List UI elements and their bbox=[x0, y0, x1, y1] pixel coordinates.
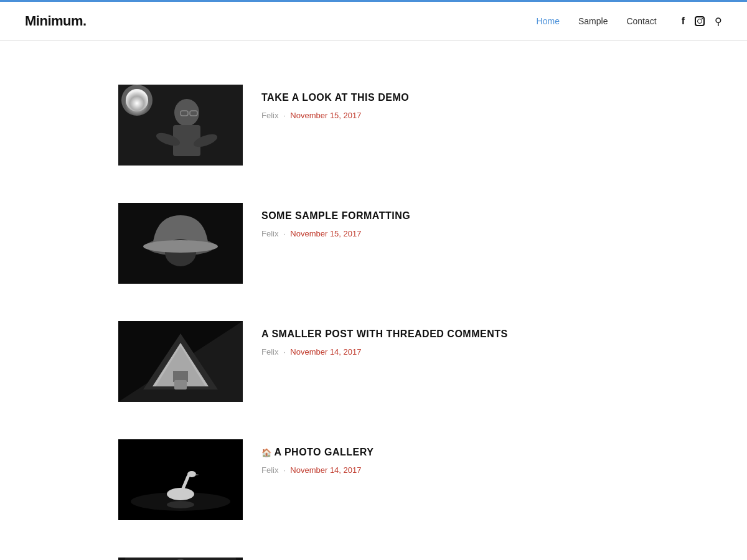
post-author: Felix bbox=[261, 347, 278, 357]
post-thumbnail[interactable] bbox=[118, 85, 243, 166]
post-meta: Felix · November 14, 2017 bbox=[261, 465, 629, 475]
post-title[interactable]: A SMALLER POST WITH THREADED COMMENTS bbox=[261, 327, 629, 341]
main-content: TAKE A LOOK AT THIS DEMO Felix · Novembe… bbox=[93, 66, 654, 560]
post-content: A POST WITH A LINK Felix · October 18, 2… bbox=[261, 558, 629, 560]
gallery-icon: 🏠 bbox=[261, 448, 272, 457]
post-meta: Felix · November 14, 2017 bbox=[261, 347, 629, 357]
post-title[interactable]: TAKE A LOOK AT THIS DEMO bbox=[261, 91, 629, 105]
svg-point-12 bbox=[143, 240, 218, 253]
meta-separator: · bbox=[283, 111, 288, 120]
site-title[interactable]: Minimum. bbox=[25, 13, 87, 29]
main-nav: Home Sample Contact f ⚲ bbox=[537, 16, 722, 27]
svg-point-3 bbox=[174, 99, 199, 126]
nav-link-contact[interactable]: Contact bbox=[626, 16, 656, 26]
svg-rect-18 bbox=[173, 371, 188, 382]
post-content: A SMALLER POST WITH THREADED COMMENTS Fe… bbox=[261, 321, 629, 357]
instagram-icon[interactable] bbox=[695, 16, 705, 26]
post-author: Felix bbox=[261, 229, 278, 238]
post-meta: Felix · November 15, 2017 bbox=[261, 111, 629, 120]
post-list: TAKE A LOOK AT THIS DEMO Felix · Novembe… bbox=[118, 66, 629, 560]
post-thumbnail[interactable] bbox=[118, 203, 243, 284]
post-thumbnail[interactable] bbox=[118, 321, 243, 402]
post-item: TAKE A LOOK AT THIS DEMO Felix · Novembe… bbox=[118, 66, 629, 184]
post-thumbnail[interactable] bbox=[118, 558, 243, 560]
search-icon[interactable]: ⚲ bbox=[715, 16, 722, 27]
nav-link-home[interactable]: Home bbox=[537, 16, 560, 26]
nav-link-sample[interactable]: Sample bbox=[578, 16, 608, 26]
nav-icons: f ⚲ bbox=[682, 16, 722, 27]
meta-separator: · bbox=[283, 465, 288, 475]
post-date: November 15, 2017 bbox=[290, 111, 361, 120]
post-content: TAKE A LOOK AT THIS DEMO Felix · Novembe… bbox=[261, 85, 629, 120]
post-item: SOME SAMPLE FORMATTING Felix · November … bbox=[118, 184, 629, 302]
post-date: November 14, 2017 bbox=[290, 347, 361, 357]
post-content: SOME SAMPLE FORMATTING Felix · November … bbox=[261, 203, 629, 238]
site-header: Minimum. Home Sample Contact f ⚲ bbox=[0, 2, 747, 41]
post-item: A SMALLER POST WITH THREADED COMMENTS Fe… bbox=[118, 302, 629, 421]
post-thumbnail[interactable] bbox=[118, 439, 243, 520]
facebook-icon[interactable]: f bbox=[682, 16, 685, 27]
post-date: November 14, 2017 bbox=[290, 465, 361, 475]
post-meta: Felix · November 15, 2017 bbox=[261, 229, 629, 238]
meta-separator: · bbox=[283, 347, 288, 357]
svg-point-22 bbox=[187, 471, 196, 477]
post-content: 🏠A PHOTO GALLERY Felix · November 14, 20… bbox=[261, 439, 629, 475]
post-author: Felix bbox=[261, 465, 278, 475]
post-title[interactable]: SOME SAMPLE FORMATTING bbox=[261, 209, 629, 223]
svg-point-23 bbox=[167, 501, 194, 508]
meta-separator: · bbox=[283, 229, 288, 238]
post-author: Felix bbox=[261, 111, 278, 120]
post-title[interactable]: 🏠A PHOTO GALLERY bbox=[261, 446, 629, 459]
post-item: A POST WITH A LINK Felix · October 18, 2… bbox=[118, 539, 629, 560]
post-item: 🏠A PHOTO GALLERY Felix · November 14, 20… bbox=[118, 421, 629, 539]
post-date: November 15, 2017 bbox=[290, 229, 361, 238]
svg-point-2 bbox=[121, 85, 153, 116]
